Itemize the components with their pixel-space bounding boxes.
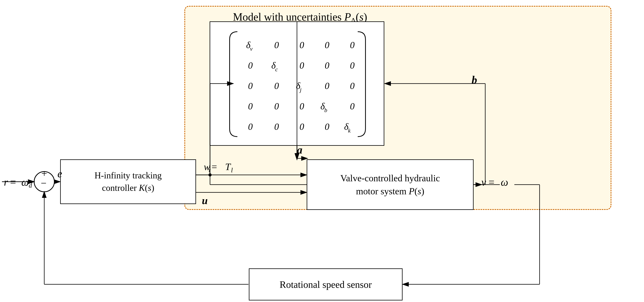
svg-text:0: 0 <box>274 101 279 111</box>
svg-text:0: 0 <box>274 40 279 50</box>
svg-text:ω: ω <box>21 176 29 188</box>
svg-text:0: 0 <box>300 121 304 132</box>
svg-text:0: 0 <box>300 101 304 111</box>
plant-label: Valve-controlled hydraulicmotor system P… <box>340 172 440 198</box>
svg-text:0: 0 <box>248 101 253 111</box>
svg-text:0: 0 <box>248 60 253 71</box>
svg-text:=: = <box>10 176 16 188</box>
sensor-label: Rotational speed sensor <box>280 279 372 290</box>
controller-label: H-infinity trackingcontroller K(s) <box>94 169 162 194</box>
svg-text:r: r <box>4 176 8 188</box>
svg-point-32 <box>34 172 54 192</box>
svg-text:−: − <box>41 178 46 189</box>
svg-text:c: c <box>275 66 278 72</box>
svg-text:0: 0 <box>325 121 330 132</box>
svg-text:0: 0 <box>300 60 304 71</box>
controller-box: H-infinity trackingcontroller K(s) <box>60 159 196 204</box>
svg-text:0: 0 <box>325 60 330 71</box>
svg-text:0: 0 <box>325 81 330 91</box>
svg-text:0: 0 <box>350 81 354 91</box>
svg-text:k: k <box>348 127 351 134</box>
svg-text:0: 0 <box>350 101 354 111</box>
svg-text:d: d <box>29 182 32 189</box>
delta-matrix-svg: δ v 0 0 0 0 0 δ c 0 0 0 0 0 δ j 0 0 0 0 … <box>214 28 380 140</box>
svg-text:0: 0 <box>274 81 279 91</box>
svg-text:0: 0 <box>350 60 354 71</box>
svg-text:0: 0 <box>300 40 304 50</box>
svg-text:0: 0 <box>350 40 354 50</box>
diagram: Model with uncertainties PΔ(s) δ v 0 0 0… <box>0 0 644 302</box>
svg-text:v: v <box>250 46 253 52</box>
svg-text:b: b <box>324 107 327 113</box>
delta-matrix-box: δ v 0 0 0 0 0 δ c 0 0 0 0 0 δ j 0 0 0 0 … <box>210 21 384 146</box>
svg-text:0: 0 <box>325 40 330 50</box>
sensor-box: Rotational speed sensor <box>249 268 402 300</box>
svg-text:0: 0 <box>274 121 279 132</box>
plant-box: Valve-controlled hydraulicmotor system P… <box>307 159 474 210</box>
svg-text:0: 0 <box>248 121 253 132</box>
svg-text:+: + <box>41 168 47 179</box>
svg-text:0: 0 <box>248 81 253 91</box>
